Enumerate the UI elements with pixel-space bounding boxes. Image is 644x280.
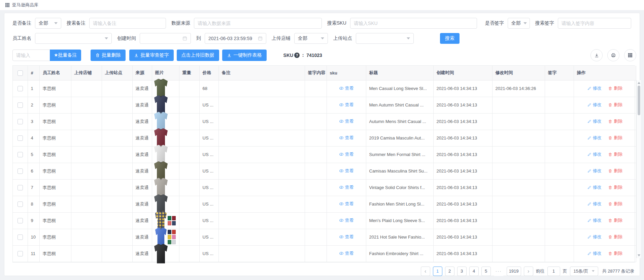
edit-link[interactable]: 修改 — [587, 250, 602, 256]
site-select[interactable] — [356, 33, 414, 44]
trash-icon — [95, 53, 100, 58]
edit-link[interactable]: 修改 — [587, 85, 602, 91]
shop-cell — [71, 163, 102, 179]
scroll-up-icon[interactable] — [638, 82, 640, 84]
view-sku-link[interactable]: 查看 — [339, 217, 354, 223]
delete-link[interactable]: 删除 — [608, 118, 622, 124]
page-button[interactable]: 1 — [433, 267, 442, 276]
view-sku-link[interactable]: 查看 — [339, 234, 354, 240]
row-checkbox[interactable] — [18, 135, 23, 141]
employee-select[interactable] — [35, 33, 112, 44]
delete-link[interactable]: 删除 — [608, 234, 622, 240]
view-sku-link[interactable]: 查看 — [339, 85, 354, 91]
delete-link[interactable]: 删除 — [608, 250, 622, 256]
page-button[interactable]: 5 — [481, 267, 491, 276]
table-row: 4 李思桐 速卖通 US ... 查看 2019 Camisa Masculin… — [13, 130, 636, 146]
note-cell — [218, 130, 305, 146]
select-all-checkbox[interactable] — [18, 70, 23, 76]
create-time-end-input[interactable]: 2021-06-03 23:59:59 — [205, 33, 266, 44]
scrollbar-thumb[interactable] — [638, 86, 640, 115]
column-header: 来源 — [132, 66, 152, 80]
variant-swatch — [172, 216, 176, 220]
delete-link[interactable]: 删除 — [608, 102, 622, 108]
title-cell: Men Autumn Shirt Casual ... — [366, 97, 433, 113]
calendar-icon — [258, 36, 263, 41]
page-button[interactable]: 4 — [469, 267, 479, 276]
batch-review-sign-button[interactable]: 批量审查签字 — [129, 50, 174, 61]
printer-icon — [611, 53, 616, 58]
row-checkbox[interactable] — [18, 152, 23, 157]
row-checkbox[interactable] — [18, 185, 23, 190]
created-time-cell: 2021-06-03 14:34:13 — [433, 113, 492, 130]
delete-link[interactable]: 删除 — [608, 151, 622, 157]
edit-link[interactable]: 修改 — [587, 135, 602, 141]
sign-search-input[interactable] — [558, 18, 631, 29]
table-row: 7 李思桐 速卖通 US ... 查看 Vintage Solid Color … — [13, 179, 636, 196]
row-checkbox[interactable] — [18, 102, 23, 108]
trash-icon — [608, 251, 612, 256]
row-checkbox[interactable] — [18, 86, 23, 91]
export-button[interactable] — [590, 49, 603, 61]
next-page-button[interactable]: › — [524, 267, 533, 276]
columns-grid-button[interactable] — [624, 49, 636, 61]
edit-link[interactable]: 修改 — [587, 234, 602, 240]
delete-link[interactable]: 删除 — [608, 168, 622, 174]
view-sku-link[interactable]: 查看 — [339, 168, 354, 174]
row-checkbox[interactable] — [18, 201, 23, 207]
page-button[interactable]: 1919 — [507, 267, 521, 276]
prev-page-button[interactable]: ‹ — [421, 267, 430, 276]
make-table-button[interactable]: 一键制作表格 — [222, 50, 267, 61]
search-button[interactable]: 搜索 — [440, 33, 460, 44]
view-sku-link[interactable]: 查看 — [339, 118, 354, 124]
row-checkbox[interactable] — [18, 251, 23, 256]
view-sku-link[interactable]: 查看 — [339, 151, 354, 157]
edit-link[interactable]: 修改 — [587, 217, 602, 223]
row-checkbox[interactable] — [18, 235, 23, 240]
view-sku-link[interactable]: 查看 — [339, 250, 354, 256]
page-button[interactable]: 2 — [445, 267, 454, 276]
goto-page-input[interactable] — [547, 267, 560, 276]
sign-filter-select[interactable]: 全部 — [508, 18, 530, 29]
scroll-down-icon[interactable] — [638, 254, 640, 256]
note-filter-label: 是否备注 — [12, 20, 31, 26]
delete-link[interactable]: 删除 — [608, 184, 622, 190]
batch-note-input[interactable] — [12, 50, 50, 61]
edit-link[interactable]: 修改 — [587, 118, 602, 124]
upload-old-data-button[interactable]: 点击上传旧数据 — [177, 50, 219, 61]
delete-link[interactable]: 删除 — [608, 85, 622, 91]
sign-cell — [545, 163, 574, 179]
data-source-input[interactable] — [194, 18, 322, 29]
product-image[interactable] — [154, 244, 168, 263]
edit-link[interactable]: 修改 — [587, 102, 602, 108]
help-icon[interactable]: ? — [294, 53, 300, 58]
shop-select[interactable]: 全部 — [294, 33, 328, 44]
chevron-down-icon — [523, 22, 527, 24]
note-filter-select[interactable]: 全部 — [35, 18, 61, 29]
create-time-start-input[interactable] — [140, 33, 191, 44]
page-size-select[interactable]: 15条/页 — [570, 267, 598, 276]
note-search-input[interactable] — [89, 18, 166, 29]
edit-link[interactable]: 修改 — [587, 201, 602, 207]
view-sku-link[interactable]: 查看 — [339, 201, 354, 207]
delete-link[interactable]: 删除 — [608, 135, 622, 141]
batch-delete-button[interactable]: 批量删除 — [91, 50, 126, 61]
row-checkbox[interactable] — [18, 119, 23, 124]
delete-link[interactable]: 删除 — [608, 217, 622, 223]
edit-link[interactable]: 修改 — [587, 151, 602, 157]
edit-link[interactable]: 修改 — [587, 184, 602, 190]
row-checkbox[interactable] — [18, 218, 23, 223]
batch-note-button[interactable]: ★批量备注 — [50, 50, 81, 61]
view-sku-link[interactable]: 查看 — [339, 102, 354, 108]
source-cell: 速卖通 — [132, 196, 152, 212]
print-button[interactable] — [607, 49, 619, 61]
view-sku-link[interactable]: 查看 — [339, 184, 354, 190]
page-button[interactable]: 3 — [457, 267, 467, 276]
table-scrollbar[interactable] — [636, 80, 641, 258]
sign-cell — [545, 80, 574, 97]
sku-search-input[interactable] — [350, 18, 477, 29]
view-sku-link[interactable]: 查看 — [339, 135, 354, 141]
delete-link[interactable]: 删除 — [608, 201, 622, 207]
edit-link[interactable]: 修改 — [587, 168, 602, 174]
row-checkbox[interactable] — [18, 168, 23, 174]
sign-content-cell — [305, 245, 327, 262]
